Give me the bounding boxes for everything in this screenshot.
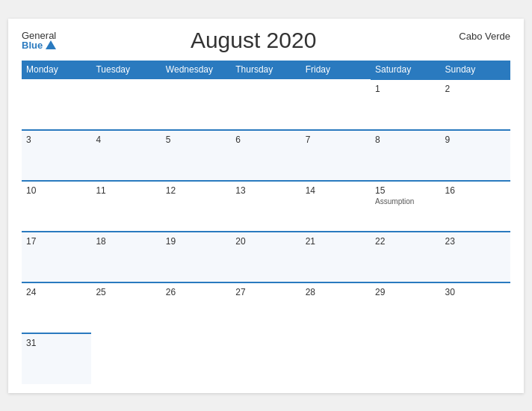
- calendar-day: 19: [161, 232, 231, 282]
- calendar-day: 15Assumption: [371, 181, 440, 232]
- calendar-week-row: 101112131415Assumption16: [22, 181, 510, 232]
- calendar-week-row: 31: [22, 333, 510, 384]
- calendar-day: 7: [301, 130, 371, 181]
- calendar-day: 13: [231, 181, 300, 232]
- day-number: 10: [26, 185, 87, 196]
- calendar-day: 20: [231, 232, 300, 282]
- col-tuesday: Tuesday: [91, 61, 161, 79]
- calendar-day: 9: [441, 130, 510, 181]
- calendar-day: 27: [231, 282, 300, 333]
- col-saturday: Saturday: [371, 61, 440, 79]
- col-monday: Monday: [22, 61, 91, 79]
- day-number: 11: [96, 185, 156, 196]
- calendar-day: 1: [371, 79, 440, 130]
- calendar-day: 24: [22, 282, 91, 333]
- calendar-day: 30: [441, 282, 510, 333]
- calendar-day: 31: [22, 333, 91, 384]
- calendar-week-row: 17181920212223: [22, 232, 510, 282]
- calendar-day: 26: [161, 282, 231, 333]
- day-number: 16: [445, 185, 506, 196]
- logo: General Blue: [22, 31, 56, 50]
- day-number: 9: [445, 135, 506, 145]
- day-number: 1: [375, 84, 436, 94]
- col-wednesday: Wednesday: [161, 61, 231, 79]
- weekday-header-row: Monday Tuesday Wednesday Thursday Friday…: [22, 61, 510, 79]
- calendar-day: 22: [371, 232, 440, 282]
- calendar-day: [441, 333, 510, 384]
- calendar-day: 18: [91, 232, 161, 282]
- day-number: 31: [26, 338, 87, 348]
- month-title: August 2020: [56, 28, 451, 53]
- day-number: 18: [96, 236, 156, 247]
- calendar-day: 11: [91, 181, 161, 232]
- day-number: 4: [96, 135, 156, 145]
- calendar-day: [301, 79, 371, 130]
- day-number: 21: [306, 236, 366, 247]
- day-number: 26: [166, 287, 226, 297]
- logo-blue-text: Blue: [22, 40, 56, 50]
- day-number: 8: [375, 135, 436, 145]
- day-number: 14: [306, 185, 366, 196]
- calendar-day: 17: [22, 232, 91, 282]
- day-number: 6: [235, 135, 296, 145]
- col-sunday: Sunday: [441, 61, 510, 79]
- day-number: 13: [235, 185, 296, 196]
- calendar-table: Monday Tuesday Wednesday Thursday Friday…: [22, 61, 510, 384]
- calendar-week-row: 24252627282930: [22, 282, 510, 333]
- calendar-day: 6: [231, 130, 300, 181]
- calendar-day: 28: [301, 282, 371, 333]
- calendar-day: [161, 79, 231, 130]
- calendar-day: [371, 333, 440, 384]
- calendar-day: 23: [441, 232, 510, 282]
- day-number: 27: [235, 287, 296, 297]
- calendar-day: [161, 333, 231, 384]
- day-number: 25: [96, 287, 156, 297]
- calendar-day: 25: [91, 282, 161, 333]
- calendar-day: 10: [22, 181, 91, 232]
- calendar-week-row: 12: [22, 79, 510, 130]
- calendar-day: [22, 79, 91, 130]
- day-number: 7: [306, 135, 366, 145]
- country-label: Cabo Verde: [451, 31, 510, 42]
- calendar-day: [231, 79, 300, 130]
- day-number: 28: [306, 287, 366, 297]
- calendar-day: 16: [441, 181, 510, 232]
- day-number: 24: [26, 287, 87, 297]
- calendar-day: 4: [91, 130, 161, 181]
- logo-general-text: General: [22, 31, 56, 40]
- day-number: 5: [166, 135, 226, 145]
- calendar-day: 2: [441, 79, 510, 130]
- calendar-day: [91, 333, 161, 384]
- day-number: 12: [166, 185, 226, 196]
- day-number: 19: [166, 236, 226, 247]
- day-number: 29: [375, 287, 436, 297]
- calendar-week-row: 3456789: [22, 130, 510, 181]
- day-number: 23: [445, 236, 506, 247]
- calendar-day: [301, 333, 371, 384]
- day-number: 17: [26, 236, 87, 247]
- logo-triangle-icon: [46, 40, 56, 49]
- calendar-day: [231, 333, 300, 384]
- calendar-header: General Blue August 2020 Cabo Verde: [22, 31, 510, 53]
- day-number: 15: [375, 185, 436, 196]
- calendar-day: 29: [371, 282, 440, 333]
- day-number: 30: [445, 287, 506, 297]
- calendar-day: 5: [161, 130, 231, 181]
- day-number: 2: [445, 84, 506, 94]
- col-friday: Friday: [301, 61, 371, 79]
- calendar: General Blue August 2020 Cabo Verde Mond…: [8, 19, 524, 393]
- calendar-day: [91, 79, 161, 130]
- calendar-day: 3: [22, 130, 91, 181]
- holiday-label: Assumption: [375, 197, 436, 206]
- day-number: 3: [26, 135, 87, 145]
- day-number: 20: [235, 236, 296, 247]
- day-number: 22: [375, 236, 436, 247]
- calendar-day: 8: [371, 130, 440, 181]
- calendar-day: 21: [301, 232, 371, 282]
- col-thursday: Thursday: [231, 61, 300, 79]
- calendar-day: 12: [161, 181, 231, 232]
- calendar-day: 14: [301, 181, 371, 232]
